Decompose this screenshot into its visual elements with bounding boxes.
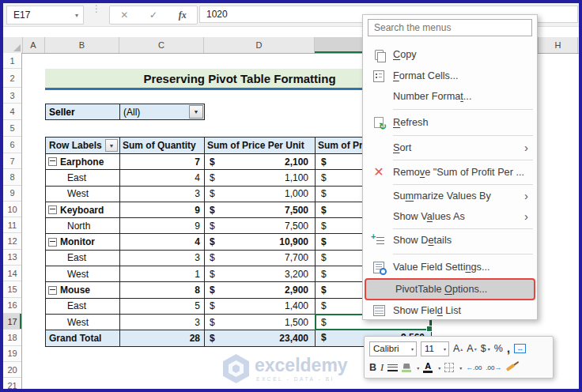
pivot-cell-label[interactable]: West xyxy=(46,266,120,282)
chevron-down-icon[interactable]: ▾ xyxy=(459,365,462,371)
pivot-cell-price[interactable]: $1,500 xyxy=(205,315,316,330)
row-header-4[interactable]: 4 xyxy=(3,104,21,120)
row-header-14[interactable]: 14 xyxy=(3,266,21,281)
pivot-cell-label[interactable]: Keyboard xyxy=(46,202,120,218)
pivot-header-quantity[interactable]: Sum of Quantity xyxy=(120,138,205,154)
menu-item-remove-sum-of-profit-per[interactable]: ✕Remove "Sum of Profit Per ... xyxy=(364,162,536,183)
pivot-cell-quantity[interactable]: 8 xyxy=(120,282,205,298)
column-header-D[interactable]: D xyxy=(204,37,315,53)
pivot-cell-label[interactable]: Earphone xyxy=(46,154,120,170)
chevron-down-icon[interactable]: ▾ xyxy=(417,365,419,371)
accounting-format-button[interactable]: $▾ xyxy=(481,343,490,354)
pivot-cell-label[interactable]: North xyxy=(46,218,120,234)
pivot-cell-label[interactable]: Monitor xyxy=(46,234,120,250)
pivot-cell-quantity[interactable]: 5 xyxy=(120,299,205,315)
select-all-corner[interactable] xyxy=(3,37,23,53)
row-header-17[interactable]: 17 xyxy=(3,314,21,330)
pivot-cell-price[interactable]: $2,900 xyxy=(205,282,316,298)
pivot-cell-quantity[interactable]: 4 xyxy=(120,170,205,186)
menu-item-summarize-values-by[interactable]: Summarize Values By› xyxy=(364,186,536,206)
pivot-cell-price[interactable]: $23,400 xyxy=(205,330,316,346)
pivot-cell-label[interactable]: East xyxy=(46,251,120,266)
pivot-cell-quantity[interactable]: 28 xyxy=(120,330,205,346)
bold-button[interactable]: B xyxy=(369,362,376,373)
row-header-6[interactable]: 6 xyxy=(3,137,21,153)
row-header-11[interactable]: 11 xyxy=(3,217,21,233)
row-header-3[interactable]: 3 xyxy=(3,88,21,104)
collapse-icon[interactable] xyxy=(48,205,57,214)
format-painter-icon[interactable] xyxy=(505,364,514,371)
pivot-header-row-labels[interactable]: Row Labels▼ xyxy=(46,138,120,154)
name-box[interactable]: E17 ▾ xyxy=(6,6,84,24)
pivot-cell-label[interactable]: Mouse xyxy=(46,282,120,298)
cancel-icon[interactable]: ✕ xyxy=(120,9,128,21)
pivot-cell-price[interactable]: $3,200 xyxy=(205,266,316,282)
pivot-cell-label[interactable]: Grand Total xyxy=(46,330,120,346)
row-header-12[interactable]: 12 xyxy=(3,233,21,249)
pivot-cell-quantity[interactable]: 4 xyxy=(120,234,205,250)
autofit-width-icon[interactable]: ↔ xyxy=(514,344,526,353)
pivot-cell-price[interactable]: $1,000 xyxy=(205,187,316,202)
pivot-cell-label[interactable]: West xyxy=(46,315,120,330)
pivot-cell-price[interactable]: $7,500 xyxy=(205,218,316,234)
pivot-cell-price[interactable]: $10,900 xyxy=(205,234,316,250)
row-header-19[interactable]: 19 xyxy=(3,346,21,362)
row-header-7[interactable]: 7 xyxy=(3,153,21,169)
filter-dropdown-icon[interactable]: ▼ xyxy=(189,105,203,119)
comma-style-button[interactable]: , xyxy=(507,341,510,356)
menu-item-number-format[interactable]: Number Format... xyxy=(364,86,536,107)
menu-item-show-field-list[interactable]: Show Field List xyxy=(364,300,536,321)
pivot-cell-price[interactable]: $7,700 xyxy=(205,251,316,266)
search-input[interactable] xyxy=(368,19,532,36)
insert-function-icon[interactable]: fx xyxy=(179,9,187,21)
collapse-icon[interactable] xyxy=(48,238,57,247)
grow-font-button[interactable]: A▴ xyxy=(453,343,463,354)
pivot-cell-quantity[interactable]: 9 xyxy=(120,218,205,234)
pivot-cell-price[interactable]: $2,100 xyxy=(205,154,316,170)
increase-decimal-button[interactable]: .00→ xyxy=(486,364,501,371)
column-header-A[interactable]: A xyxy=(22,37,45,53)
row-header-1[interactable]: 1 xyxy=(3,53,21,69)
italic-button[interactable]: I xyxy=(380,362,384,374)
column-header-H[interactable]: H xyxy=(539,37,578,53)
pivot-cell-price[interactable]: $1,100 xyxy=(205,170,316,186)
collapse-icon[interactable] xyxy=(48,286,57,295)
fill-handle[interactable] xyxy=(426,326,433,332)
fill-color-button[interactable] xyxy=(402,364,411,372)
pivot-cell-quantity[interactable]: 3 xyxy=(120,315,205,330)
menu-item-copy[interactable]: Copy xyxy=(364,44,536,65)
row-header-18[interactable]: 18 xyxy=(3,330,21,345)
row-labels-dropdown-icon[interactable]: ▼ xyxy=(105,139,118,152)
chevron-down-icon[interactable]: ▾ xyxy=(438,365,440,371)
enter-icon[interactable]: ✓ xyxy=(149,9,157,21)
menu-item-refresh[interactable]: Refresh xyxy=(364,112,536,133)
pivot-cell-quantity[interactable]: 7 xyxy=(120,154,205,170)
row-header-21[interactable]: 21 xyxy=(3,378,21,392)
row-header-20[interactable]: 20 xyxy=(3,362,21,378)
font-color-button[interactable]: A xyxy=(423,362,433,373)
percent-style-button[interactable]: % xyxy=(494,343,503,354)
pivot-cell-quantity[interactable]: 1 xyxy=(120,266,205,282)
pivot-header-price[interactable]: Sum of Price Per Unit xyxy=(205,138,316,154)
font-name-select[interactable]: Calibri ▾ xyxy=(369,341,417,356)
column-header-C[interactable]: C xyxy=(119,37,204,53)
menu-item-pivottable-options[interactable]: PivotTable Options... xyxy=(365,278,535,300)
pivot-cell-label[interactable]: West xyxy=(46,187,120,202)
collapse-icon[interactable] xyxy=(48,157,57,166)
menu-item-show-details[interactable]: Show Details xyxy=(364,230,536,251)
column-header-B[interactable]: B xyxy=(45,37,119,53)
row-header-15[interactable]: 15 xyxy=(3,281,21,297)
shrink-font-button[interactable]: A▾ xyxy=(467,343,476,354)
name-box-dropdown-icon[interactable]: ▾ xyxy=(70,12,83,19)
row-header-8[interactable]: 8 xyxy=(3,169,21,185)
pivot-cell-price[interactable]: $7,500 xyxy=(205,202,316,218)
filter-value-cell[interactable]: (All) ▼ xyxy=(120,104,204,119)
pivot-cell-quantity[interactable]: 9 xyxy=(120,202,205,218)
row-header-5[interactable]: 5 xyxy=(3,120,21,137)
menu-item-format-cells[interactable]: Format Cells... xyxy=(364,66,536,86)
pivot-cell-label[interactable]: East xyxy=(46,299,120,315)
borders-icon[interactable] xyxy=(387,364,398,371)
menu-item-value-field-settings[interactable]: Value Field Settings... xyxy=(364,257,536,277)
font-size-select[interactable]: 11 ▾ xyxy=(421,341,449,356)
row-header-16[interactable]: 16 xyxy=(3,298,21,314)
